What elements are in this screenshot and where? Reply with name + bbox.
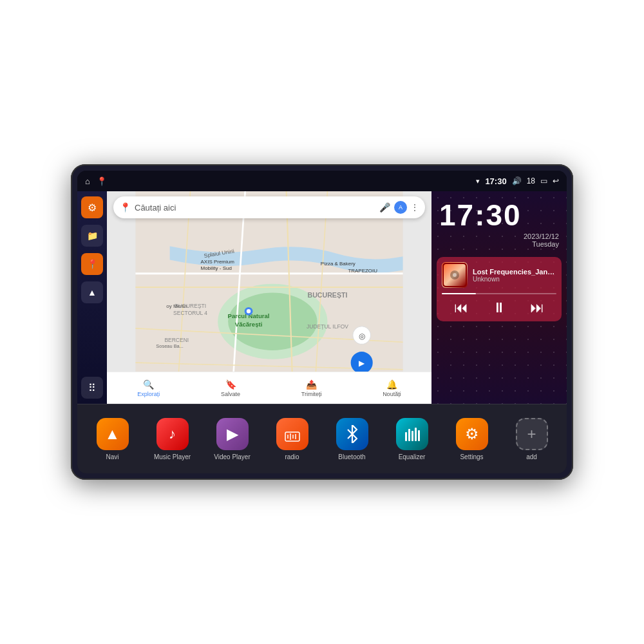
battery-icon: ▭ — [540, 176, 547, 185]
app-grid: ▲ Navi ♪ Music Player ▶ Video Player — [77, 404, 567, 473]
svg-text:BUCUREȘTI: BUCUREȘTI — [307, 291, 347, 299]
app-navi[interactable]: ▲ Navi — [90, 418, 135, 460]
folder-icon: 📁 — [87, 231, 98, 241]
sidebar-folder-button[interactable]: 📁 — [81, 225, 103, 247]
right-panel: 17:30 2023/12/12 Tuesday — [431, 191, 567, 404]
navi-icon: ▲ — [97, 418, 129, 450]
google-maps-icon: 📍 — [120, 202, 131, 213]
bluetooth-label: Bluetooth — [338, 453, 365, 460]
location-icon[interactable]: 📍 — [97, 176, 107, 186]
status-bar: ⌂ 📍 ▾ 17:30 🔊 18 ▭ ↩ — [77, 171, 567, 191]
wifi-icon: ▾ — [476, 177, 480, 185]
app-equalizer[interactable]: Equalizer — [390, 418, 435, 460]
map-saved-button[interactable]: 🔖 Salvate — [221, 379, 240, 397]
settings-icon: ⚙ — [88, 202, 97, 214]
add-label: add — [526, 453, 537, 460]
sidebar-nav-button[interactable]: ▲ — [81, 281, 103, 303]
svg-text:TRAPEZOIU: TRAPEZOIU — [348, 268, 377, 274]
video-symbol: ▶ — [227, 425, 238, 443]
news-label: Noutăți — [383, 391, 401, 397]
main-content: ⚙ 📁 📍 ▲ ⠿ — [77, 191, 567, 404]
equalizer-symbol — [404, 426, 421, 442]
mic-icon[interactable]: 🎤 — [379, 202, 390, 213]
music-player-icon: ♪ — [156, 418, 189, 450]
clock-time: 17:30 — [439, 200, 559, 230]
music-player-label: Music Player — [154, 453, 191, 460]
pause-button[interactable]: ⏸ — [492, 299, 506, 316]
video-player-label: Video Player — [214, 453, 251, 460]
sidebar-maps-button[interactable]: 📍 — [81, 253, 103, 275]
app-add[interactable]: + add — [509, 418, 554, 460]
left-sidebar: ⚙ 📁 📍 ▲ ⠿ — [77, 191, 107, 404]
settings-label: Settings — [460, 453, 483, 460]
map-bottom-bar: 🔍 Explorați 🔖 Salvate 📤 Trimiteți 🔔 Nout… — [107, 372, 431, 404]
volume-icon: 🔊 — [512, 176, 522, 185]
svg-text:Mobility - Sud: Mobility - Sud — [201, 265, 232, 271]
equalizer-icon — [396, 418, 428, 450]
app-radio[interactable]: radio — [270, 418, 315, 460]
music-artist: Unknown — [473, 276, 556, 283]
map-share-button[interactable]: 📤 Trimiteți — [301, 379, 322, 397]
app-music-player[interactable]: ♪ Music Player — [150, 418, 195, 460]
clock-status: 17:30 — [485, 176, 506, 186]
music-info: Lost Frequencies_Janie... Unknown — [442, 262, 556, 288]
svg-text:Văcărești: Văcărești — [235, 321, 263, 328]
apps-grid-icon: ⠿ — [88, 382, 96, 394]
next-button[interactable]: ⏭ — [530, 299, 544, 316]
saved-label: Salvate — [221, 391, 240, 397]
svg-text:oy Merlin: oy Merlin — [166, 303, 187, 309]
nav-arrow-icon: ▲ — [88, 287, 97, 298]
music-symbol: ♪ — [169, 426, 176, 442]
album-art — [442, 262, 468, 288]
radio-symbol — [284, 426, 301, 442]
map-news-button[interactable]: 🔔 Noutăți — [383, 379, 401, 397]
status-right-info: ▾ 17:30 🔊 18 ▭ ↩ — [476, 176, 559, 186]
bluetooth-icon — [336, 418, 368, 450]
clock-date-value: 2023/12/12 — [524, 232, 559, 240]
settings-symbol: ⚙ — [465, 425, 479, 443]
settings-app-icon: ⚙ — [456, 418, 488, 450]
music-text: Lost Frequencies_Janie... Unknown — [473, 268, 556, 283]
app-bluetooth[interactable]: Bluetooth — [330, 418, 375, 460]
svg-text:Soseau Ba...: Soseau Ba... — [156, 343, 184, 349]
search-placeholder[interactable]: Căutați aici — [135, 203, 375, 213]
svg-point-35 — [453, 273, 457, 277]
home-icon[interactable]: ⌂ — [85, 176, 90, 186]
screen: ⌂ 📍 ▾ 17:30 🔊 18 ▭ ↩ ⚙ 📁 — [77, 171, 567, 473]
clock-day: Tuesday — [532, 240, 559, 248]
radio-label: radio — [285, 453, 299, 460]
svg-rect-42 — [408, 429, 410, 441]
sidebar-apps-button[interactable]: ⠿ — [81, 377, 103, 399]
app-video-player[interactable]: ▶ Video Player — [210, 418, 255, 460]
clock-section: 17:30 2023/12/12 Tuesday — [431, 191, 567, 254]
map-container[interactable]: Splaiul Unirii Parcul Natural Văcărești … — [107, 191, 431, 404]
music-controls: ⏮ ⏸ ⏭ — [442, 299, 556, 316]
prev-button[interactable]: ⏮ — [454, 299, 468, 316]
music-player-widget: Lost Frequencies_Janie... Unknown ⏮ ⏸ ⏭ — [437, 257, 562, 321]
map-pin-icon: 📍 — [87, 259, 98, 269]
music-title: Lost Frequencies_Janie... — [473, 268, 556, 276]
map-explore-button[interactable]: 🔍 Explorați — [137, 379, 160, 397]
svg-rect-43 — [412, 431, 413, 441]
svg-point-15 — [247, 309, 251, 313]
app-settings[interactable]: ⚙ Settings — [450, 418, 495, 460]
saved-icon: 🔖 — [225, 379, 236, 390]
svg-text:▶: ▶ — [359, 359, 365, 367]
svg-text:Pizza & Bakery: Pizza & Bakery — [321, 261, 355, 267]
svg-text:SECTORUL 4: SECTORUL 4 — [173, 310, 207, 316]
more-options-icon[interactable]: ⋮ — [411, 203, 419, 212]
svg-rect-44 — [415, 428, 417, 441]
battery-level: 18 — [527, 176, 535, 185]
equalizer-label: Equalizer — [399, 453, 426, 460]
news-icon: 🔔 — [386, 379, 397, 390]
share-icon: 📤 — [306, 379, 317, 390]
add-symbol: + — [527, 425, 536, 443]
video-player-icon: ▶ — [216, 418, 249, 450]
back-icon[interactable]: ↩ — [553, 176, 559, 185]
music-progress-bar[interactable] — [442, 293, 556, 294]
map-search-bar[interactable]: 📍 Căutați aici 🎤 A ⋮ — [113, 196, 425, 218]
profile-avatar[interactable]: A — [394, 201, 407, 214]
sidebar-settings-button[interactable]: ⚙ — [81, 196, 103, 218]
svg-rect-45 — [418, 430, 420, 441]
svg-text:AXIS Premium: AXIS Premium — [201, 259, 235, 265]
